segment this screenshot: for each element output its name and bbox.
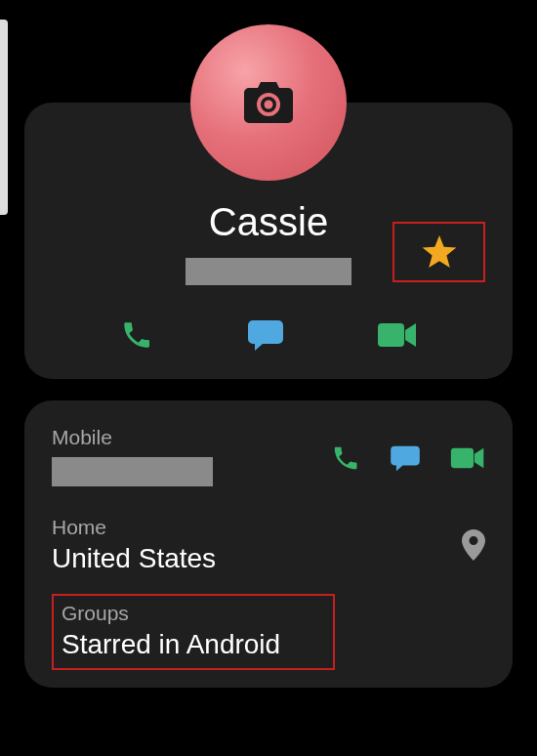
groups-section[interactable]: Groups Starred in Android [52,594,335,670]
groups-value: Starred in Android [62,629,325,660]
mobile-call-button[interactable] [331,443,360,473]
contact-details-card: Mobile Home Un [24,400,513,688]
video-icon [450,446,485,470]
home-label: Home [52,516,216,539]
message-icon [247,318,284,352]
mobile-label: Mobile [52,426,213,449]
contact-name: Cassie [209,200,328,244]
video-call-button[interactable] [378,321,417,349]
home-row: Home United States [52,516,485,574]
map-button[interactable] [462,529,485,561]
contact-header-card: Cassie [24,103,513,379]
star-icon [422,235,457,269]
mobile-actions [331,443,485,473]
location-icon [462,529,485,561]
message-button[interactable] [247,318,284,352]
svg-rect-3 [378,323,404,347]
groups-label: Groups [62,602,325,625]
mobile-video-button[interactable] [450,446,485,470]
svg-point-2 [265,101,273,109]
camera-icon [244,82,293,123]
mobile-row: Mobile [52,426,485,490]
call-button[interactable] [120,318,153,352]
action-row [44,318,493,352]
favorite-toggle[interactable] [392,222,485,282]
svg-rect-4 [451,448,474,469]
home-value: United States [52,543,216,574]
video-icon [378,321,417,349]
scroll-handle[interactable] [0,20,8,215]
mobile-message-button[interactable] [390,444,421,472]
phone-icon [331,443,360,473]
redacted-subtitle [186,258,351,285]
avatar[interactable] [190,24,347,181]
mobile-value-redacted [52,457,213,486]
message-icon [390,444,421,472]
phone-icon [120,318,153,352]
